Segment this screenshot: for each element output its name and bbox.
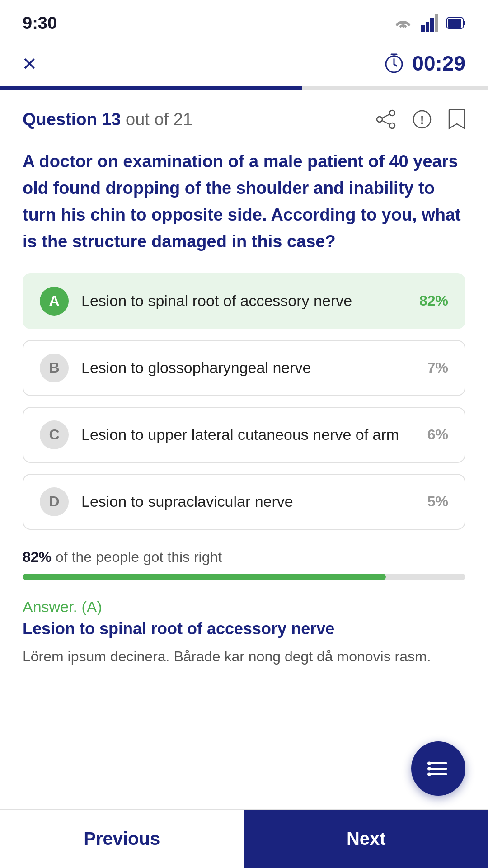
status-bar: 9:30 <box>0 0 488 41</box>
option-b[interactable]: B Lesion to glossopharyngeal nerve 7% <box>23 340 465 396</box>
top-nav: × 00:29 <box>0 41 488 86</box>
bookmark-icon[interactable] <box>448 108 465 130</box>
stats-label: of the people got this right <box>56 549 222 565</box>
svg-rect-16 <box>429 768 447 770</box>
svg-rect-1 <box>426 22 429 32</box>
option-b-text: Lesion to glossopharyngeal nerve <box>81 357 418 379</box>
svg-line-12 <box>382 121 389 124</box>
timer-display: 00:29 <box>412 51 465 75</box>
option-d[interactable]: D Lesion to supraclavicular nerve 5% <box>23 474 465 530</box>
svg-rect-3 <box>435 14 438 32</box>
svg-point-9 <box>377 117 382 122</box>
option-d-pct: 5% <box>427 493 448 510</box>
timer-area: 00:29 <box>383 51 465 75</box>
option-d-text: Lesion to supraclavicular nerve <box>81 491 418 513</box>
option-b-pct: 7% <box>427 359 448 376</box>
stats-progress-fill <box>23 574 386 580</box>
option-c-pct: 6% <box>427 426 448 443</box>
status-icons <box>393 14 465 32</box>
battery-icon <box>446 17 465 29</box>
list-icon <box>426 756 451 781</box>
timer-icon <box>383 52 405 74</box>
stats-section: 82% of the people got this right <box>0 530 488 598</box>
svg-text:!: ! <box>420 113 424 127</box>
option-a-pct: 82% <box>419 292 448 309</box>
svg-rect-17 <box>429 773 447 775</box>
stats-progress-bar <box>23 574 465 580</box>
close-button[interactable]: × <box>23 52 36 75</box>
question-number: Question 13 <box>23 110 121 129</box>
stats-text: 82% of the people got this right <box>23 549 465 566</box>
fab-list-button[interactable] <box>411 741 465 796</box>
question-label: Question 13 out of 21 <box>23 110 192 129</box>
stats-percentage: 82% <box>23 549 52 565</box>
alert-icon[interactable]: ! <box>412 109 432 129</box>
options-container: A Lesion to spinal root of accessory ner… <box>0 273 488 530</box>
question-header: Question 13 out of 21 ! <box>0 90 488 139</box>
svg-point-10 <box>389 123 395 128</box>
svg-rect-6 <box>448 19 461 28</box>
svg-line-11 <box>382 114 389 118</box>
option-a[interactable]: A Lesion to spinal root of accessory ner… <box>23 273 465 329</box>
progress-bar-fill <box>0 86 302 90</box>
question-out-of: out of 21 <box>126 110 192 129</box>
option-c-letter: C <box>40 420 69 449</box>
header-actions: ! <box>376 108 465 130</box>
previous-button[interactable]: Previous <box>0 810 244 868</box>
answer-title: Lesion to spinal root of accessory nerve <box>23 619 465 638</box>
svg-point-18 <box>427 762 431 765</box>
share-icon[interactable] <box>376 109 396 129</box>
next-button[interactable]: Next <box>244 810 488 868</box>
option-c[interactable]: C Lesion to upper lateral cutaneous nerv… <box>23 407 465 463</box>
svg-point-20 <box>427 773 431 776</box>
svg-point-8 <box>389 110 395 116</box>
svg-rect-5 <box>463 21 465 25</box>
option-d-letter: D <box>40 487 69 516</box>
option-b-letter: B <box>40 354 69 382</box>
bottom-nav: Previous Next <box>0 809 488 868</box>
answer-section: Answer. (A) Lesion to spinal root of acc… <box>0 598 488 681</box>
answer-label: Answer. (A) <box>23 598 465 616</box>
answer-explanation: Lörem ipsum decinera. Bårade kar nong de… <box>23 646 465 667</box>
svg-rect-2 <box>430 18 434 32</box>
wifi-icon <box>393 15 413 31</box>
option-c-text: Lesion to upper lateral cutaneous nerve … <box>81 424 418 446</box>
signal-icon <box>421 14 438 32</box>
svg-rect-0 <box>421 25 425 32</box>
svg-rect-15 <box>429 762 447 764</box>
status-time: 9:30 <box>23 14 57 33</box>
option-a-letter: A <box>40 287 69 316</box>
option-a-text: Lesion to spinal root of accessory nerve <box>81 290 410 312</box>
svg-point-19 <box>427 767 431 771</box>
progress-bar-container <box>0 86 488 90</box>
question-text: A doctor on examination of a male patien… <box>0 139 488 273</box>
